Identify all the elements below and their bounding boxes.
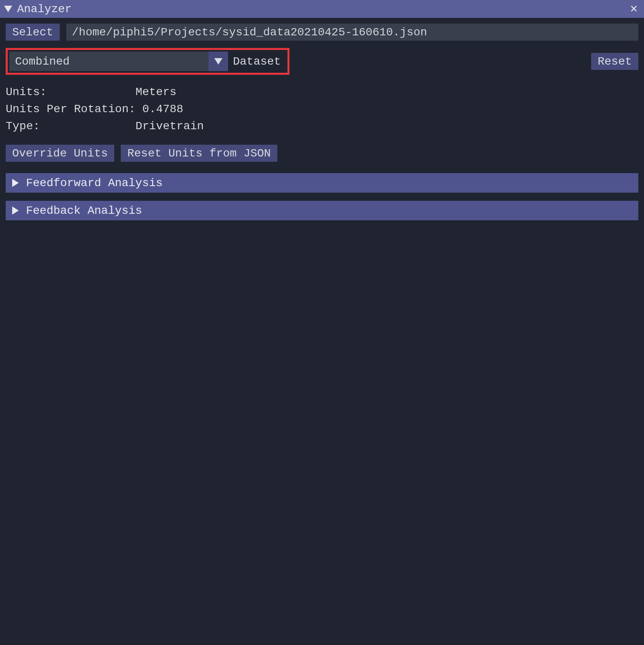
- analyzer-window: Analyzer ✕ Select /home/piphi5/Projects/…: [0, 0, 644, 645]
- feedback-label: Feedback Analysis: [26, 204, 142, 217]
- collapse-down-icon[interactable]: [4, 6, 12, 12]
- type-value: Drivetrain: [135, 118, 204, 135]
- dropdown-arrow-icon[interactable]: [209, 52, 228, 71]
- feedforward-section-header[interactable]: Feedforward Analysis: [6, 173, 638, 193]
- svg-marker-2: [12, 179, 19, 187]
- dataset-label: Dataset: [228, 52, 286, 71]
- units-value: Meters: [135, 84, 176, 101]
- feedforward-label: Feedforward Analysis: [26, 177, 163, 189]
- info-units: Units: Meters: [6, 84, 638, 101]
- dataset-combo[interactable]: Combined: [9, 52, 228, 71]
- units-button-row: Override Units Reset Units from JSON: [6, 145, 638, 162]
- units-label: Units:: [6, 84, 135, 101]
- file-row: Select /home/piphi5/Projects/sysid_data2…: [6, 24, 638, 41]
- svg-marker-3: [12, 206, 19, 215]
- info-upr: Units Per Rotation: 0.4788: [6, 101, 638, 118]
- feedback-section-header[interactable]: Feedback Analysis: [6, 201, 638, 220]
- svg-marker-1: [214, 58, 222, 65]
- dataset-highlight: Combined Dataset: [6, 48, 289, 75]
- svg-marker-0: [4, 6, 12, 12]
- info-type: Type: Drivetrain: [6, 118, 638, 135]
- dataset-combo-value[interactable]: Combined: [9, 52, 209, 71]
- content-area: Select /home/piphi5/Projects/sysid_data2…: [0, 18, 644, 645]
- reset-button[interactable]: Reset: [591, 53, 638, 70]
- chevron-right-icon: [12, 179, 19, 187]
- close-icon[interactable]: ✕: [628, 3, 640, 15]
- reset-units-button[interactable]: Reset Units from JSON: [121, 145, 277, 162]
- info-block: Units: Meters Units Per Rotation: 0.4788…: [6, 84, 638, 135]
- titlebar-left: Analyzer: [4, 3, 72, 15]
- type-label: Type:: [6, 118, 135, 135]
- select-button[interactable]: Select: [6, 24, 60, 41]
- window-title: Analyzer: [17, 3, 72, 15]
- dataset-row: Combined Dataset Reset: [6, 48, 638, 75]
- upr-value: 0.4788: [142, 101, 183, 118]
- file-path-field[interactable]: /home/piphi5/Projects/sysid_data20210425…: [66, 24, 638, 41]
- chevron-right-icon: [12, 206, 19, 215]
- titlebar[interactable]: Analyzer ✕: [0, 0, 644, 18]
- upr-label: Units Per Rotation:: [6, 101, 142, 118]
- override-units-button[interactable]: Override Units: [6, 145, 114, 162]
